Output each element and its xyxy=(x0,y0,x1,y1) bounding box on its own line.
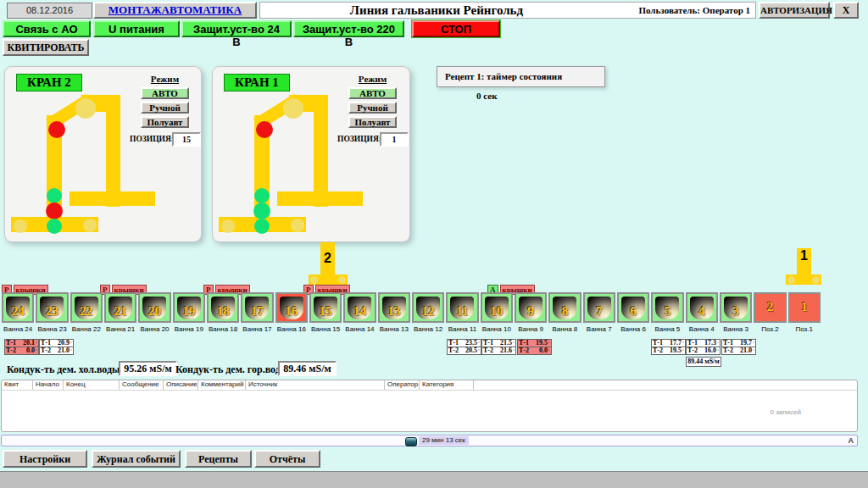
degree-sign: ° xyxy=(717,340,719,347)
crane-lamp xyxy=(47,219,62,234)
top-lamp xyxy=(256,121,273,138)
bath: 24Ванна 24 xyxy=(2,292,34,333)
bath: 11Ванна 11 xyxy=(446,292,478,333)
page-title: Линия гальваники Рейнгольд xyxy=(309,3,564,18)
table-column-header: Описание xyxy=(164,380,198,390)
temp-sensor-label: Т-2 xyxy=(41,347,53,354)
status-indicator[interactable]: Защит.уст-во 24 В xyxy=(181,20,292,37)
bath-number: 6 xyxy=(619,304,648,319)
bath-label: Ванна 10 xyxy=(481,325,513,333)
bath: 22Ванна 22 xyxy=(70,292,103,333)
bath-cell[interactable]: 15 xyxy=(309,292,342,323)
crane-2-panel: КРАН 2 Режим АВТО Ручной Полуавт ПОЗИЦИЯ… xyxy=(4,66,202,242)
temp-value: 19.5 xyxy=(665,347,682,354)
bath-number: 2 xyxy=(755,300,784,314)
bath-number: 11 xyxy=(448,304,476,319)
temp-value: 20.9 xyxy=(53,340,70,347)
status-indicator[interactable]: Защит.уст-во 220 В xyxy=(293,20,404,37)
mode-semiauto-button[interactable]: Полуавт xyxy=(141,116,189,128)
recipe-text: Рецепт 1: таймер состояния xyxy=(445,71,562,81)
crane-lamp xyxy=(254,188,270,203)
bath-number: 23 xyxy=(37,304,66,319)
temp-sensor-label: Т-1 xyxy=(653,340,665,347)
temp-sensor-label: Т-2 xyxy=(6,347,18,354)
bath: 13Ванна 13 xyxy=(378,292,410,333)
bath-cell[interactable]: 17 xyxy=(241,292,273,323)
timebar-thumb-icon[interactable] xyxy=(405,437,417,446)
nav-recipes-button[interactable]: Рецепты xyxy=(185,450,252,468)
close-button[interactable]: X xyxy=(833,2,859,19)
bath: 6Ванна 6 xyxy=(617,292,649,333)
mode-semiauto-button[interactable]: Полуавт xyxy=(348,116,397,128)
mode-manual-button[interactable]: Ручной xyxy=(348,102,397,114)
bath-cell[interactable]: 16 xyxy=(275,292,308,323)
bath-cell[interactable]: 24 xyxy=(2,292,34,323)
bath-cell[interactable]: 2 xyxy=(754,292,786,323)
stop-button[interactable]: СТОП xyxy=(412,20,500,37)
bath-label: Ванна 23 xyxy=(36,325,68,333)
authorization-button[interactable]: АВТОРИЗАЦИЯ xyxy=(759,2,830,19)
bath-number: 19 xyxy=(175,304,203,319)
bath-cell[interactable]: 4 xyxy=(686,292,718,323)
temp-sensor-label: Т-2 xyxy=(519,347,531,354)
bath-cell[interactable]: 8 xyxy=(548,292,581,323)
temperature-row: Т-216.0° xyxy=(686,347,721,355)
alarm-timebar[interactable]: 29 мин 13 сек А xyxy=(1,435,858,446)
bath-cell[interactable]: 23 xyxy=(36,292,68,323)
temperature-block: Т-123.5°Т-220.5° xyxy=(447,340,481,355)
temperature-row: Т-221.0° xyxy=(39,347,74,355)
bath-label: Ванна 19 xyxy=(173,325,205,333)
bath-cell[interactable]: 10 xyxy=(481,292,513,323)
position-value: 1 xyxy=(380,132,409,147)
position-label: ПОЗИЦИЯ: xyxy=(130,135,174,143)
bath-label: Поз.1 xyxy=(788,325,821,333)
position-label: ПОЗИЦИЯ: xyxy=(337,135,381,143)
status-indicator[interactable]: Связь с АО xyxy=(3,20,91,37)
acknowledge-button[interactable]: КВИТИРОВАТЬ xyxy=(3,39,89,56)
temperature-block: Т-120.1°Т-20.0° xyxy=(4,340,39,355)
top-lamp xyxy=(48,121,65,138)
bath-cell[interactable]: 14 xyxy=(343,292,376,323)
nav-reports-button[interactable]: Отчёты xyxy=(254,450,320,468)
mode-auto-button[interactable]: АВТО xyxy=(141,87,189,99)
timebar-duration: 29 мин 13 сек xyxy=(419,436,469,445)
datetime-display: 08.12.2016 13:04:34 xyxy=(7,3,92,19)
crane-1-panel: КРАН 1 Режим АВТО Ручной Полуавт ПОЗИЦИЯ… xyxy=(212,66,410,242)
bath: 4Ванна 4 xyxy=(686,292,718,333)
bath-cell[interactable]: 6 xyxy=(617,292,649,323)
autoscroll-icon[interactable]: А xyxy=(849,436,854,445)
status-indicator[interactable]: U питания xyxy=(93,20,180,37)
brand-button[interactable]: МОНТАЖАВТОМАТИКА xyxy=(93,2,257,19)
bath-cell[interactable]: 19 xyxy=(173,292,205,323)
bath-cell[interactable]: 13 xyxy=(378,292,410,323)
bath-cell[interactable]: 21 xyxy=(104,292,136,323)
bath-cell[interactable]: 1 xyxy=(788,292,821,323)
bath-cell[interactable]: 22 xyxy=(70,292,103,323)
nav-event-log-button[interactable]: Журнал событий xyxy=(92,450,181,468)
records-count: 0 записей xyxy=(770,408,801,416)
bath-number: 1 xyxy=(790,300,819,314)
bath-cell[interactable]: 18 xyxy=(207,292,239,323)
mode-manual-button[interactable]: Ручной xyxy=(141,102,189,114)
bath-number: 5 xyxy=(653,304,682,319)
bath-cell[interactable]: 11 xyxy=(446,292,478,323)
bath-cell[interactable]: 12 xyxy=(412,292,444,323)
bath-cell[interactable]: 5 xyxy=(651,292,683,323)
temp-value: 20.1 xyxy=(18,340,35,347)
bath: 14Ванна 14 xyxy=(343,292,376,333)
cold-water-conductivity-value: 95.26 мS/м xyxy=(119,361,177,376)
conductivity-extra-value: 89.44 мS/м xyxy=(686,357,721,367)
hot-water-conductivity-label: Кондук-ть дем. гор.воды xyxy=(175,363,288,376)
bath-cell[interactable]: 9 xyxy=(515,292,547,323)
crane-name-badge: КРАН 2 xyxy=(16,74,82,92)
table-column-header: Источник xyxy=(246,380,385,390)
temp-value: 17.3 xyxy=(699,340,716,347)
bath-cell[interactable]: 3 xyxy=(720,292,752,323)
bath-cell[interactable]: 20 xyxy=(138,292,170,323)
temp-value: 19.7 xyxy=(735,340,752,347)
nav-settings-button[interactable]: Настройки xyxy=(3,450,87,468)
bath-cell[interactable]: 7 xyxy=(583,292,615,323)
bath-label: Ванна 18 xyxy=(207,325,239,333)
temp-sensor-label: Т-2 xyxy=(687,347,699,354)
mode-auto-button[interactable]: АВТО xyxy=(348,87,397,99)
